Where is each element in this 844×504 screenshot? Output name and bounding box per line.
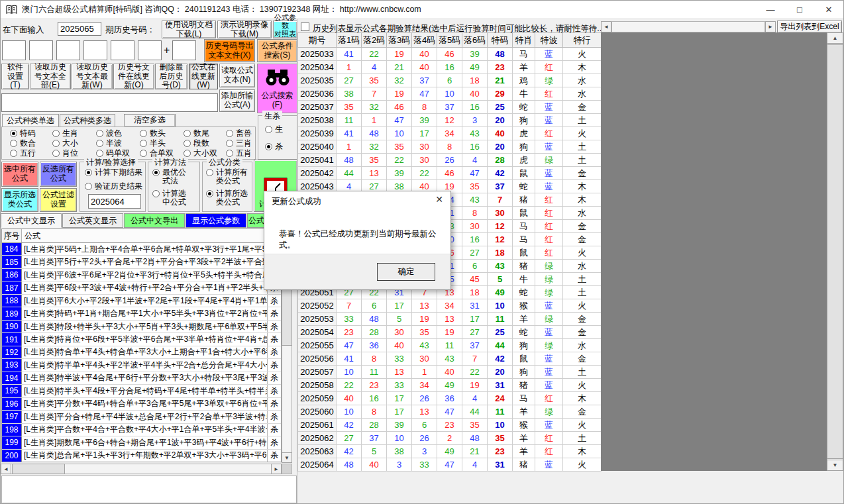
formula-row[interactable]: 189[L生肖类]特码+平1肖+期合尾+平1大小+平5半头+平3肖位+平2肖位+… (2, 307, 281, 320)
invert-selection-button[interactable]: 反选所有 公式 (40, 162, 77, 187)
tab-show-formula-params[interactable]: 显示公式参数 (185, 213, 246, 228)
formula-row[interactable]: 196[L生肖类]平分数+平4码+特合单+平3合尾+平5尾+平3单双+平6肖位+… (2, 398, 281, 411)
number-box-1[interactable] (2, 40, 26, 60)
read-formula-text-button[interactable]: 读取公式 文本(N) (219, 64, 255, 87)
ball-cell: 43 (412, 339, 437, 352)
scroll-down-icon[interactable]: ▼ (827, 460, 843, 471)
show-verification-checkbox[interactable] (301, 23, 309, 31)
formula-filter-button[interactable]: 公式过滤 设置 (40, 188, 77, 212)
export-history-text-button[interactable]: 历史号码导出 文本文件(X) (204, 39, 255, 62)
scroll-left-icon[interactable]: ◄ (601, 21, 611, 32)
scroll-right-icon[interactable]: ► (271, 464, 282, 474)
scroll-left-icon[interactable]: ◄ (1, 464, 11, 474)
scroll-down-icon[interactable]: ▼ (282, 452, 292, 463)
formula-row[interactable]: 188[L生肖类]平6大小+平2段+平1半波+平2尾+平1段+平4尾+平4肖+平… (2, 295, 281, 307)
next-period-input[interactable] (58, 22, 101, 36)
formula-row[interactable]: 185[L生肖类]平5行+平2头+平合尾+平2肖+平分合+平3段+平2半波+平合… (2, 256, 281, 268)
radio-生肖[interactable]: 生肖 (52, 129, 96, 139)
show-selected-class-button[interactable]: 显示所选 类公式 (1, 188, 38, 212)
column-header: 落5码 (437, 33, 462, 48)
formula-search-button[interactable]: 公式搜索 (F) (258, 91, 297, 110)
export-to-excel-button[interactable]: 导出列表到Excel (777, 21, 842, 33)
radio-verify-history[interactable]: 验证历史结果 (85, 182, 142, 191)
radio-calc-all-class[interactable]: 计算所有 类公式 (206, 168, 248, 185)
radio-特码[interactable]: 特码 (10, 129, 52, 139)
ball-cell: 19 (437, 326, 462, 339)
dialog-ok-button[interactable]: 确定 (377, 263, 435, 281)
radio-三肖[interactable]: 三肖 (226, 139, 262, 149)
formula-row[interactable]: 197[L生肖类]平分合+特尾+平4半波+总合尾+平2行+平2合单+平3半波+特… (2, 411, 281, 423)
tab-type-single[interactable]: 公式种类单选 (2, 114, 59, 127)
tab-type-multi[interactable]: 公式种类多选 (60, 114, 115, 127)
formula-condition-search-button[interactable]: 公式条件 搜索(S) (257, 39, 297, 62)
formula-row[interactable]: 184[L生肖类]平5码+上期合+平4合单+平6合尾+特单双+平3行+平1尾+平… (2, 243, 281, 256)
number-box-5[interactable] (111, 40, 134, 60)
ball-cell: 4 (462, 458, 488, 472)
radio-数头[interactable]: 数头 (140, 129, 184, 139)
radio-波色[interactable]: 波色 (96, 129, 140, 139)
scroll-right-icon[interactable]: ► (765, 21, 776, 32)
number-box-special[interactable] (172, 40, 196, 60)
formula-list-hthumb[interactable] (12, 464, 65, 474)
radio-半波[interactable]: 半波 (96, 139, 140, 149)
number-box-2[interactable] (29, 40, 53, 60)
ball-cell: 26 (412, 392, 437, 405)
maximize-button[interactable]: □ (785, 1, 814, 19)
radio-best-formula[interactable]: 最优公 式法 (152, 168, 186, 185)
delete-last-history-button[interactable]: 删除最 后历史 号(D) (155, 64, 187, 89)
dialog-close-icon[interactable]: ✕ (435, 194, 443, 205)
radio-半头[interactable]: 半头 (140, 139, 184, 149)
radio-五行[interactable]: 五行 (10, 149, 52, 159)
minimize-button[interactable]: — (756, 1, 785, 19)
read-history-all-button[interactable]: 读取历史 号文本全 部(E) (30, 64, 71, 89)
radio-calc-selected-class[interactable]: 计算所选 类公式 (206, 189, 248, 207)
radio-大小[interactable]: 大小 (52, 139, 96, 149)
zodiac-cell: 猴 (513, 419, 535, 432)
number-box-4[interactable] (83, 40, 107, 60)
history-online-update-button[interactable]: 历史号文 件在线更 新(O) (113, 64, 154, 89)
ball-cell: 11 (437, 339, 462, 352)
select-all-formulas-button[interactable]: 选中所有 公式 (1, 162, 38, 187)
tab-formula-chinese[interactable]: 公式中文显示 (1, 213, 62, 228)
software-settings-button[interactable]: 软件 设置 (T) (1, 64, 29, 89)
doc-download-button[interactable]: 使用说明文档 下载(L) (162, 21, 216, 38)
formula-row[interactable]: 190[L生肖类]特段+特半头+平3大小+平5肖+平3头+期数尾+平6单双+平5… (2, 321, 281, 333)
formula-row[interactable]: 186[L生肖类]平6波+平6尾+平2肖位+平3行+特肖位+平5头+特半头+特合… (2, 269, 281, 281)
param-table-button[interactable]: 公式参数 对照表(I) (273, 21, 297, 38)
radio-段数[interactable]: 段数 (184, 139, 226, 149)
formula-row[interactable]: 200[L生肖类]总合尾+平1头+平3行+年期数+平2单双+平3大小+平3码+平… (2, 450, 281, 462)
number-box-3[interactable] (56, 40, 80, 60)
radio-calc-checked[interactable]: 计算选 中公式 (152, 189, 186, 207)
ball-cell: 37 (412, 74, 437, 87)
formula-entry-input[interactable] (1, 93, 218, 112)
add-formula-button[interactable]: 添加所输 公式(A) (219, 89, 255, 112)
scroll-up-icon[interactable]: ▲ (827, 32, 843, 44)
radio-sheng[interactable]: 生 (265, 125, 283, 134)
formula-row[interactable]: 195[L生肖类]特半头+平4段+平分合尾+特码+平4尾+特半单+特半头+特半头… (2, 385, 281, 397)
radio-畜兽[interactable]: 畜兽 (226, 129, 262, 139)
tab-formula-english[interactable]: 公式英文显示 (62, 213, 123, 228)
results-vthumb[interactable] (827, 44, 843, 459)
verify-period-input[interactable] (88, 194, 141, 209)
radio-calc-next[interactable]: 计算下期结果 (85, 168, 142, 177)
formula-row[interactable]: 198[L生肖类]平合数+平4合+平合数+平4大小+平1合单+平5半头+平4半波… (2, 424, 281, 436)
formula-row[interactable]: 191[L生肖类]特肖位+平6段+平5半波+平6合尾+平3半单+特肖位+平4肖+… (2, 333, 281, 346)
radio-sha[interactable]: 杀 (265, 142, 283, 151)
formula-row[interactable]: 187[L生肖类]平6段+平3波+平4波+特行+平2合+平分合+平1肖+平2半头… (2, 281, 281, 294)
number-box-6[interactable] (138, 40, 162, 60)
formula-row[interactable]: 193[L生肖类]特半单+平4头+平2半波+平4半头+平2合+总分合尾+平4大小… (2, 359, 281, 372)
ball-cell: 35 (462, 419, 488, 432)
formula-row[interactable]: 199[L生肖类]期数尾+平6合+特合+期合尾+平1波+平3码+平4波+平6行+… (2, 436, 281, 449)
formula-row[interactable]: 192[L生肖类]特合单+平4头+特合单+平3大小+上期合+平1合+特大小+平6… (2, 346, 281, 359)
radio-dot (265, 143, 272, 150)
clear-multi-button[interactable]: 清空多选 (124, 114, 176, 127)
radio-数尾[interactable]: 数尾 (184, 129, 226, 139)
formula-row[interactable]: 194[L生肖类]特半波+平4合尾+平6行+平分数+平3大小+特段+平3尾+平3… (2, 372, 281, 385)
results-hscrollbar[interactable] (611, 21, 765, 32)
read-history-latest-button[interactable]: 读取历史 号文本最 新(W) (72, 64, 113, 89)
formula-online-update-button[interactable]: 公式在 线更新 (W) (189, 64, 218, 89)
radio-数合[interactable]: 数合 (10, 139, 52, 149)
video-download-button[interactable]: 演示说明录像 下载(M) (217, 21, 272, 38)
tab-formula-export-chinese[interactable]: 公式中文导出 (124, 213, 185, 228)
close-button[interactable]: ✕ (814, 1, 843, 19)
